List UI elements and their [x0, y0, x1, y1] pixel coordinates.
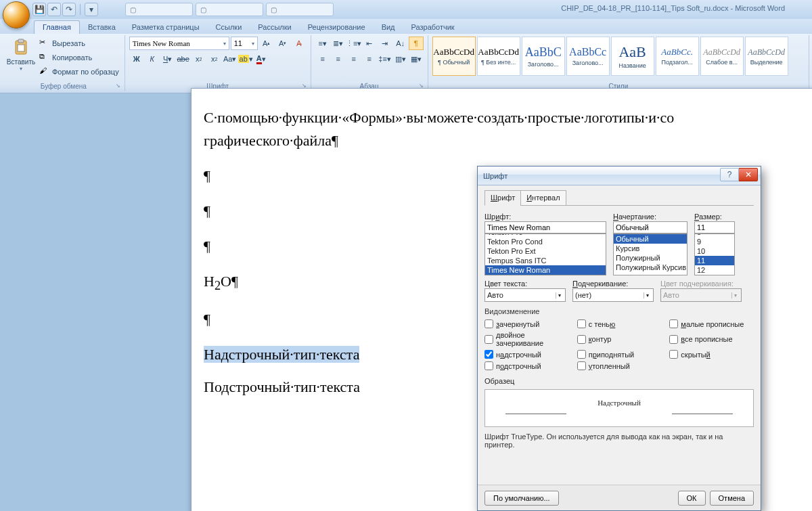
- dialog-tab-font[interactable]: Шрифт: [484, 190, 521, 206]
- dialog-titlebar[interactable]: Шрифт ? ✕: [478, 166, 761, 185]
- list-item[interactable]: Полужирный: [614, 253, 687, 263]
- style-item[interactable]: AaBbCЗаголово...: [522, 37, 565, 76]
- cut-button[interactable]: ✂ Вырезать: [38, 37, 120, 50]
- doc-tab[interactable]: ▢: [266, 3, 334, 16]
- doc-tab[interactable]: ▢: [125, 3, 193, 16]
- shrink-font-button[interactable]: A▾: [275, 37, 290, 50]
- italic-button[interactable]: К: [145, 52, 160, 66]
- font-input[interactable]: [484, 221, 606, 234]
- redo-icon[interactable]: ↷: [62, 3, 76, 16]
- list-item[interactable]: Полужирный Курсив: [614, 263, 687, 272]
- copy-button[interactable]: ⧉ Копировать: [38, 51, 120, 64]
- office-button[interactable]: [3, 1, 30, 28]
- list-item[interactable]: Times New Roman: [485, 265, 606, 275]
- superscript-button[interactable]: x2: [207, 52, 222, 66]
- subscript-button[interactable]: x2: [191, 52, 206, 66]
- list-item[interactable]: 9: [695, 237, 734, 246]
- cb-dstrike[interactable]: двойное зачеркивание: [484, 331, 569, 347]
- cb-strike[interactable]: зачеркнутый: [484, 319, 569, 328]
- cb-allcaps[interactable]: все прописные: [669, 331, 754, 347]
- tab-view[interactable]: Вид: [374, 21, 403, 34]
- list-item[interactable]: Tempus Sans ITC: [485, 256, 606, 265]
- cb-hidden[interactable]: скрытый: [669, 350, 754, 359]
- list-item[interactable]: Обычный: [614, 234, 687, 244]
- ok-button[interactable]: ОК: [678, 491, 706, 506]
- increase-indent-button[interactable]: ⇥: [378, 37, 392, 50]
- clear-format-button[interactable]: A̶: [292, 37, 307, 50]
- save-icon[interactable]: 💾: [32, 3, 46, 16]
- list-item[interactable]: Курсив: [614, 244, 687, 253]
- multilevel-button[interactable]: ⋮≡▾: [346, 37, 361, 50]
- tab-layout[interactable]: Разметка страницы: [124, 21, 208, 34]
- align-left-button[interactable]: ≡: [315, 52, 330, 66]
- decrease-indent-button[interactable]: ⇤: [362, 37, 377, 50]
- font-listbox[interactable]: Tekton ProTekton Pro CondTekton Pro ExtT…: [484, 234, 606, 275]
- style-item[interactable]: AaBbCcDdСлабое в...: [700, 37, 744, 76]
- style-item[interactable]: AaBbCcЗаголово...: [566, 37, 610, 76]
- font-size-combo[interactable]: 11▾: [231, 37, 258, 50]
- show-marks-button[interactable]: ¶: [409, 37, 424, 50]
- style-item[interactable]: AaBНазвание: [611, 37, 654, 76]
- cb-engrave[interactable]: утопленный: [577, 361, 662, 370]
- tab-insert[interactable]: Вставка: [80, 21, 124, 34]
- tab-developer[interactable]: Разработчик: [403, 21, 463, 34]
- label-underline-color: Цвет подчеркивания:: [660, 280, 742, 288]
- style-item[interactable]: AaBbCcDd¶ Без инте...: [477, 37, 520, 76]
- paste-button[interactable]: Вставить ▾: [7, 37, 35, 73]
- dialog-tab-spacing[interactable]: Интервал: [520, 190, 566, 206]
- size-listbox[interactable]: 89101112: [694, 234, 735, 275]
- style-gallery[interactable]: AaBbCcDd¶ ОбычныйAaBbCcDd¶ Без инте...Aa…: [432, 37, 790, 76]
- underline-dropdown[interactable]: (нет)▾: [572, 288, 654, 302]
- default-button[interactable]: По умолчанию...: [484, 491, 559, 506]
- line-spacing-button[interactable]: ‡≡▾: [378, 52, 392, 66]
- underline-button[interactable]: Ч▾: [160, 52, 175, 66]
- doc-tab[interactable]: ▢: [196, 3, 263, 16]
- change-case-button[interactable]: Aa▾: [223, 52, 238, 66]
- style-item[interactable]: AaBbCcDd¶ Обычный: [432, 37, 476, 76]
- justify-button[interactable]: ≡: [362, 52, 377, 66]
- help-icon[interactable]: ?: [720, 168, 739, 181]
- cb-outline[interactable]: контур: [577, 331, 662, 347]
- list-item[interactable]: 11: [695, 256, 734, 265]
- cb-super[interactable]: надстрочный: [484, 350, 569, 359]
- font-color-dropdown[interactable]: Авто▾: [484, 288, 566, 302]
- sort-button[interactable]: A↓: [393, 37, 408, 50]
- list-item[interactable]: Tekton Pro Cond: [485, 237, 606, 246]
- copy-icon: ⧉: [39, 52, 50, 63]
- list-item[interactable]: 12: [695, 265, 734, 275]
- cancel-button[interactable]: Отмена: [710, 491, 754, 506]
- borders-button[interactable]: ▦▾: [409, 52, 424, 66]
- format-painter-button[interactable]: 🖌 Формат по образцу: [38, 65, 120, 79]
- cb-shadow[interactable]: с тенью: [577, 319, 662, 328]
- tab-review[interactable]: Рецензирование: [300, 21, 374, 34]
- label-style: Начертание:: [613, 213, 687, 221]
- font-name-combo[interactable]: Times New Roman▾: [129, 37, 229, 50]
- cb-sub[interactable]: подстрочный: [484, 361, 569, 370]
- group-label-clipboard[interactable]: Буфер обмена: [7, 82, 120, 90]
- tab-home[interactable]: Главная: [34, 20, 80, 34]
- bold-button[interactable]: Ж: [129, 52, 144, 66]
- cb-smallcaps[interactable]: малые прописные: [669, 319, 754, 328]
- bullets-button[interactable]: ≡▾: [315, 37, 330, 50]
- grow-font-button[interactable]: A▴: [259, 37, 274, 50]
- align-right-button[interactable]: ≡: [346, 52, 361, 66]
- shading-button[interactable]: ▥▾: [393, 52, 408, 66]
- size-input[interactable]: [694, 221, 735, 234]
- style-input[interactable]: [613, 221, 687, 234]
- style-item[interactable]: AaBbCc.Подзагол...: [656, 37, 699, 76]
- highlight-button[interactable]: ab▾: [238, 52, 253, 66]
- cb-emboss[interactable]: приподнятый: [577, 350, 662, 359]
- qat-menu-icon[interactable]: ▾: [85, 3, 98, 16]
- font-color-button[interactable]: A▾: [254, 52, 269, 66]
- style-item[interactable]: AaBbCcDdВыделение: [745, 37, 788, 76]
- style-listbox[interactable]: ОбычныйКурсивПолужирныйПолужирный Курсив: [613, 234, 687, 275]
- numbering-button[interactable]: ≣▾: [331, 37, 346, 50]
- strike-button[interactable]: abe: [176, 52, 191, 66]
- close-icon[interactable]: ✕: [739, 168, 758, 181]
- list-item[interactable]: Tekton Pro Ext: [485, 246, 606, 256]
- undo-icon[interactable]: ↶: [47, 3, 61, 16]
- tab-references[interactable]: Ссылки: [208, 21, 250, 34]
- align-center-button[interactable]: ≡: [331, 52, 346, 66]
- tab-mailings[interactable]: Рассылки: [250, 21, 299, 34]
- list-item[interactable]: 10: [695, 246, 734, 256]
